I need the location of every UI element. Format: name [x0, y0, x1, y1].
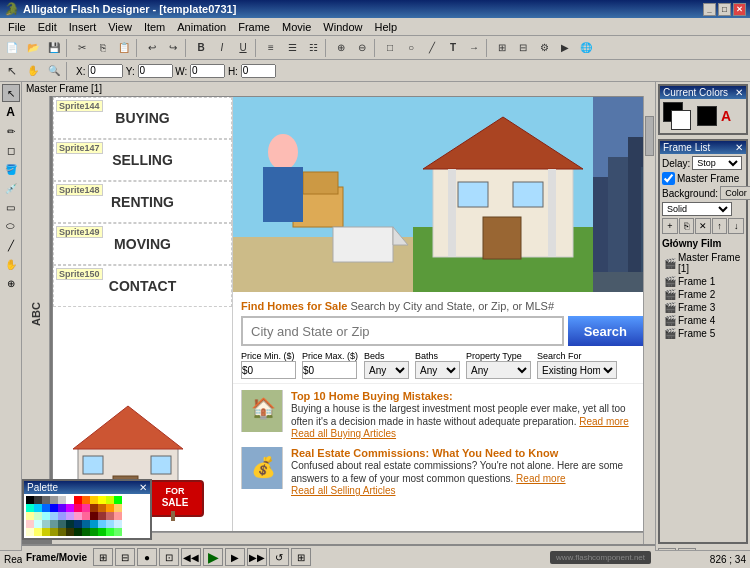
palette-color-swatch[interactable] [34, 528, 42, 536]
palette-color-swatch[interactable] [106, 512, 114, 520]
frame-rewind-button[interactable]: ◀◀ [181, 548, 201, 566]
tool-ellipse[interactable]: ⬭ [2, 217, 20, 235]
nav-selling[interactable]: Sprite147 SELLING [53, 139, 232, 181]
palette-color-swatch[interactable] [90, 520, 98, 528]
tool-eraser[interactable]: ◻ [2, 141, 20, 159]
search-button[interactable]: Search [568, 316, 643, 346]
frame-master[interactable]: 🎬 Master Frame [1] [662, 251, 744, 275]
palette-color-swatch[interactable] [66, 520, 74, 528]
tool-rect[interactable]: ▭ [2, 198, 20, 216]
palette-color-swatch[interactable] [42, 504, 50, 512]
palette-color-swatch[interactable] [98, 504, 106, 512]
solid-select[interactable]: SolidGradient [662, 202, 732, 216]
minimize-button[interactable]: _ [703, 3, 716, 16]
palette-color-swatch[interactable] [98, 512, 106, 520]
master-frame-checkbox[interactable] [662, 172, 675, 185]
align-center-button[interactable]: ☰ [282, 38, 302, 58]
redo-button[interactable]: ↪ [163, 38, 183, 58]
palette-color-swatch[interactable] [42, 520, 50, 528]
palette-color-swatch[interactable] [82, 520, 90, 528]
palette-color-swatch[interactable] [114, 504, 122, 512]
palette-color-swatch[interactable] [106, 496, 114, 504]
frame-up-button[interactable]: ↑ [712, 218, 728, 234]
frame-down-button[interactable]: ↓ [728, 218, 744, 234]
cut-button[interactable]: ✂ [72, 38, 92, 58]
nav-contact[interactable]: Sprite150 CONTACT [53, 265, 232, 307]
tool-zoom[interactable]: 🔍 [44, 61, 64, 81]
underline-button[interactable]: U [233, 38, 253, 58]
frame-forward-button[interactable]: ▶▶ [247, 548, 267, 566]
shape-rect-button[interactable]: □ [380, 38, 400, 58]
tool-select[interactable]: ↖ [2, 84, 20, 102]
menu-animation[interactable]: Animation [171, 20, 232, 34]
palette-color-swatch[interactable] [58, 496, 66, 504]
align-left-button[interactable]: ≡ [261, 38, 281, 58]
palette-color-swatch[interactable] [74, 496, 82, 504]
nav-renting[interactable]: Sprite148 RENTING [53, 181, 232, 223]
tool-text[interactable]: A [2, 103, 20, 121]
frame-panel-close-icon[interactable]: ✕ [735, 142, 743, 153]
palette-color-swatch[interactable] [26, 520, 34, 528]
search-for-select[interactable]: Existing Homes [537, 361, 617, 379]
palette-color-swatch[interactable] [114, 520, 122, 528]
tool-arrow[interactable]: ↖ [2, 61, 22, 81]
palette-color-swatch[interactable] [74, 520, 82, 528]
palette-color-swatch[interactable] [114, 528, 122, 536]
open-button[interactable]: 📂 [23, 38, 43, 58]
menu-file[interactable]: File [2, 20, 32, 34]
palette-color-swatch[interactable] [26, 496, 34, 504]
frame-next-button[interactable]: ▶ [225, 548, 245, 566]
publish-button[interactable]: 🌐 [576, 38, 596, 58]
beds-select[interactable]: Any1234+ [364, 361, 409, 379]
text-button[interactable]: T [443, 38, 463, 58]
tool-pencil[interactable]: ✏ [2, 122, 20, 140]
palette-color-swatch[interactable] [106, 504, 114, 512]
palette-color-swatch[interactable] [42, 528, 50, 536]
shape-line-button[interactable]: ╱ [422, 38, 442, 58]
menu-help[interactable]: Help [368, 20, 403, 34]
frame-loop-button[interactable]: ↺ [269, 548, 289, 566]
palette-color-swatch[interactable] [58, 504, 66, 512]
palette-color-swatch[interactable] [42, 512, 50, 520]
background-swatch[interactable] [671, 110, 691, 130]
palette-color-swatch[interactable] [58, 512, 66, 520]
read-more-link-2[interactable]: Read more [516, 473, 565, 484]
copy-button[interactable]: ⎘ [93, 38, 113, 58]
frame-stop-button[interactable]: ● [137, 548, 157, 566]
frame-3[interactable]: 🎬 Frame 3 [662, 301, 744, 314]
palette-color-swatch[interactable] [98, 496, 106, 504]
frame-end-button[interactable]: ⊞ [291, 548, 311, 566]
frame-delete-button[interactable]: ✕ [695, 218, 711, 234]
palette-color-swatch[interactable] [58, 520, 66, 528]
palette-color-swatch[interactable] [82, 512, 90, 520]
paste-button[interactable]: 📋 [114, 38, 134, 58]
palette-color-swatch[interactable] [34, 496, 42, 504]
menu-item[interactable]: Item [138, 20, 171, 34]
property-select[interactable]: Any [466, 361, 531, 379]
palette-color-swatch[interactable] [106, 520, 114, 528]
price-max-input[interactable] [302, 361, 357, 379]
all-articles-link-1[interactable]: Read all Buying Articles [291, 428, 643, 439]
palette-color-swatch[interactable] [106, 528, 114, 536]
palette-color-swatch[interactable] [98, 520, 106, 528]
menu-window[interactable]: Window [317, 20, 368, 34]
baths-select[interactable]: Any1234+ [415, 361, 460, 379]
align-right-button[interactable]: ☷ [303, 38, 323, 58]
tool-eyedropper[interactable]: 💉 [2, 179, 20, 197]
all-articles-link-2[interactable]: Read all Selling Articles [291, 485, 643, 496]
read-more-link-1[interactable]: Read more [579, 416, 628, 427]
palette-color-swatch[interactable] [74, 504, 82, 512]
palette-color-swatch[interactable] [34, 504, 42, 512]
arrow-button[interactable]: → [464, 38, 484, 58]
palette-color-swatch[interactable] [90, 496, 98, 504]
color-A-icon[interactable]: A [721, 108, 731, 124]
palette-color-swatch[interactable] [98, 528, 106, 536]
nav-moving[interactable]: Sprite149 MOVING [53, 223, 232, 265]
palette-color-swatch[interactable] [82, 504, 90, 512]
palette-color-swatch[interactable] [90, 528, 98, 536]
close-button[interactable]: ✕ [733, 3, 746, 16]
palette-color-swatch[interactable] [58, 528, 66, 536]
scrollbar-vertical[interactable] [643, 96, 655, 544]
colors-close-icon[interactable]: ✕ [735, 87, 743, 98]
maximize-button[interactable]: □ [718, 3, 731, 16]
